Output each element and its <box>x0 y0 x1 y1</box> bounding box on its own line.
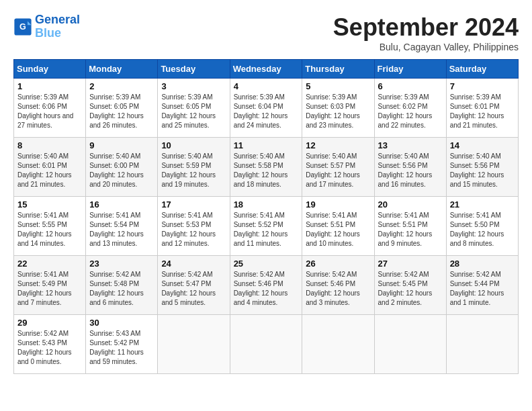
week-row-2: 8 Sunrise: 5:40 AMSunset: 6:01 PMDayligh… <box>14 138 519 197</box>
day-12: 12 Sunrise: 5:40 AMSunset: 5:57 PMDaylig… <box>302 138 374 197</box>
day-16: 16 Sunrise: 5:41 AMSunset: 5:54 PMDaylig… <box>86 197 158 256</box>
empty-cell-3 <box>302 315 374 374</box>
week-row-5: 29 Sunrise: 5:42 AMSunset: 5:43 PMDaylig… <box>14 315 519 374</box>
svg-text:G: G <box>19 22 26 32</box>
col-wednesday: Wednesday <box>230 60 302 79</box>
logo: G General Blue <box>13 13 80 40</box>
empty-cell-5 <box>446 315 518 374</box>
day-28: 28 Sunrise: 5:42 AMSunset: 5:44 PMDaylig… <box>446 256 518 315</box>
day-29: 29 Sunrise: 5:42 AMSunset: 5:43 PMDaylig… <box>14 315 86 374</box>
day-25: 25 Sunrise: 5:42 AMSunset: 5:46 PMDaylig… <box>230 256 302 315</box>
col-tuesday: Tuesday <box>158 60 230 79</box>
day-27: 27 Sunrise: 5:42 AMSunset: 5:45 PMDaylig… <box>374 256 446 315</box>
day-9: 9 Sunrise: 5:40 AMSunset: 6:00 PMDayligh… <box>86 138 158 197</box>
day-21: 21 Sunrise: 5:41 AMSunset: 5:50 PMDaylig… <box>446 197 518 256</box>
day-24: 24 Sunrise: 5:42 AMSunset: 5:47 PMDaylig… <box>158 256 230 315</box>
day-4: 4 Sunrise: 5:39 AMSunset: 6:04 PMDayligh… <box>230 79 302 138</box>
title-area: September 2024 Bulu, Cagayan Valley, Phi… <box>333 13 519 52</box>
col-monday: Monday <box>86 60 158 79</box>
location: Bulu, Cagayan Valley, Philippines <box>333 42 519 52</box>
day-17: 17 Sunrise: 5:41 AMSunset: 5:53 PMDaylig… <box>158 197 230 256</box>
calendar-table: Sunday Monday Tuesday Wednesday Thursday… <box>13 59 519 374</box>
day-30: 30 Sunrise: 5:43 AMSunset: 5:42 PMDaylig… <box>86 315 158 374</box>
col-thursday: Thursday <box>302 60 374 79</box>
logo-text: General Blue <box>35 13 80 40</box>
col-saturday: Saturday <box>446 60 518 79</box>
day-14: 14 Sunrise: 5:40 AMSunset: 5:56 PMDaylig… <box>446 138 518 197</box>
day-6: 6 Sunrise: 5:39 AMSunset: 6:02 PMDayligh… <box>374 79 446 138</box>
day-1: 1 Sunrise: 5:39 AMSunset: 6:06 PMDayligh… <box>14 79 86 138</box>
day-19: 19 Sunrise: 5:41 AMSunset: 5:51 PMDaylig… <box>302 197 374 256</box>
day-2: 2 Sunrise: 5:39 AMSunset: 6:05 PMDayligh… <box>86 79 158 138</box>
day-26: 26 Sunrise: 5:42 AMSunset: 5:46 PMDaylig… <box>302 256 374 315</box>
empty-cell-2 <box>230 315 302 374</box>
header-row: Sunday Monday Tuesday Wednesday Thursday… <box>14 60 519 79</box>
day-23: 23 Sunrise: 5:42 AMSunset: 5:48 PMDaylig… <box>86 256 158 315</box>
week-row-3: 15 Sunrise: 5:41 AMSunset: 5:55 PMDaylig… <box>14 197 519 256</box>
day-20: 20 Sunrise: 5:41 AMSunset: 5:51 PMDaylig… <box>374 197 446 256</box>
day-22: 22 Sunrise: 5:41 AMSunset: 5:49 PMDaylig… <box>14 256 86 315</box>
day-3: 3 Sunrise: 5:39 AMSunset: 6:05 PMDayligh… <box>158 79 230 138</box>
empty-cell-4 <box>374 315 446 374</box>
day-7: 7 Sunrise: 5:39 AMSunset: 6:01 PMDayligh… <box>446 79 518 138</box>
day-18: 18 Sunrise: 5:41 AMSunset: 5:52 PMDaylig… <box>230 197 302 256</box>
empty-cell-1 <box>158 315 230 374</box>
month-title: September 2024 <box>333 13 519 42</box>
week-row-1: 1 Sunrise: 5:39 AMSunset: 6:06 PMDayligh… <box>14 79 519 138</box>
header: G General Blue September 2024 Bulu, Caga… <box>13 13 519 52</box>
logo-icon: G <box>13 17 32 36</box>
day-11: 11 Sunrise: 5:40 AMSunset: 5:58 PMDaylig… <box>230 138 302 197</box>
day-15: 15 Sunrise: 5:41 AMSunset: 5:55 PMDaylig… <box>14 197 86 256</box>
day-10: 10 Sunrise: 5:40 AMSunset: 5:59 PMDaylig… <box>158 138 230 197</box>
day-13: 13 Sunrise: 5:40 AMSunset: 5:56 PMDaylig… <box>374 138 446 197</box>
page-container: G General Blue September 2024 Bulu, Caga… <box>13 13 519 374</box>
day-5: 5 Sunrise: 5:39 AMSunset: 6:03 PMDayligh… <box>302 79 374 138</box>
day-8: 8 Sunrise: 5:40 AMSunset: 6:01 PMDayligh… <box>14 138 86 197</box>
col-sunday: Sunday <box>14 60 86 79</box>
week-row-4: 22 Sunrise: 5:41 AMSunset: 5:49 PMDaylig… <box>14 256 519 315</box>
col-friday: Friday <box>374 60 446 79</box>
